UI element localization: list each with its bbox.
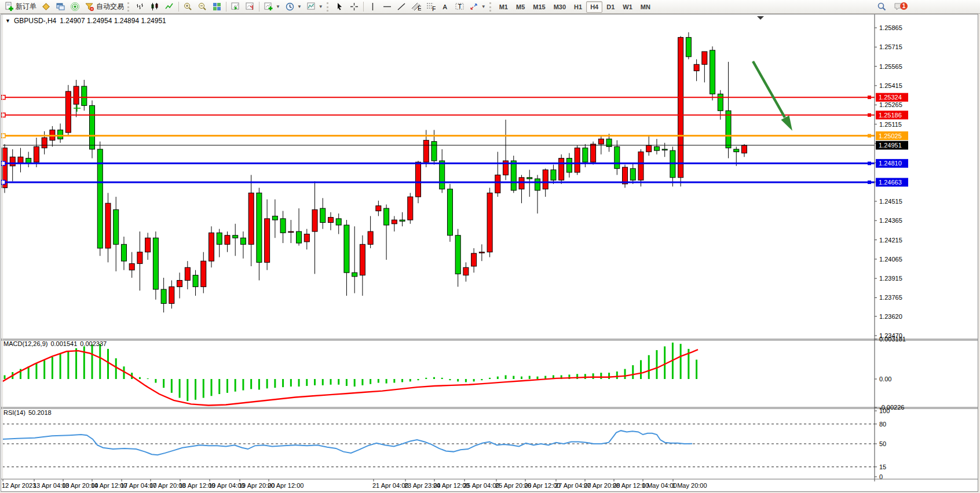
macd-signal-value: 0.002337 bbox=[80, 340, 107, 347]
candle bbox=[615, 146, 620, 168]
chart-title: ▼ GBPUSD-,H4 1.24907 1.24954 1.24894 1.2… bbox=[5, 17, 166, 25]
open-chart-button[interactable] bbox=[53, 0, 68, 13]
macd-name: MACD(12,26,9) bbox=[3, 340, 47, 347]
timeframe-M1[interactable]: M1 bbox=[495, 1, 512, 13]
line-handle-right[interactable] bbox=[868, 134, 871, 138]
auto-scroll-button[interactable] bbox=[228, 0, 243, 13]
vline-button[interactable] bbox=[365, 0, 380, 13]
textA-icon: A bbox=[440, 2, 450, 12]
zoom-in-button[interactable] bbox=[181, 0, 195, 13]
chart-window[interactable]: 1.258651.257151.255651.254151.252651.251… bbox=[0, 14, 980, 493]
candle bbox=[630, 168, 635, 180]
notifications-button[interactable]: 1 bbox=[894, 2, 904, 12]
new-order-button[interactable]: 新订单 bbox=[2, 0, 39, 13]
channel-button[interactable]: E bbox=[409, 0, 423, 13]
candle bbox=[185, 267, 190, 280]
candle bbox=[742, 145, 747, 153]
candle bbox=[416, 162, 421, 197]
channel-icon: E bbox=[411, 2, 421, 12]
label-button[interactable]: T bbox=[452, 0, 467, 13]
macd-tick-label: 0.003181 bbox=[879, 336, 906, 343]
rsi-value: 50.2018 bbox=[28, 409, 52, 416]
line-handle-left[interactable] bbox=[1, 113, 5, 117]
candle bbox=[352, 273, 357, 277]
linechart-icon bbox=[164, 2, 174, 12]
timeframe-M5[interactable]: M5 bbox=[512, 1, 529, 13]
price-tick-label: 1.23620 bbox=[879, 313, 902, 320]
diamond-icon bbox=[41, 2, 51, 12]
templates-button[interactable]: ▼ bbox=[304, 0, 326, 13]
search-icon[interactable] bbox=[877, 2, 887, 12]
candle bbox=[384, 208, 389, 225]
candle bbox=[455, 236, 460, 274]
candle bbox=[591, 144, 596, 162]
fibonacci-button[interactable]: F bbox=[423, 0, 438, 13]
candle bbox=[58, 130, 63, 139]
chevron-down-icon[interactable]: ▼ bbox=[297, 4, 302, 9]
cursor-icon bbox=[335, 2, 345, 12]
chart-shift-button[interactable] bbox=[243, 0, 257, 13]
eraser-button[interactable] bbox=[39, 0, 53, 13]
chevron-down-icon[interactable]: ▼ bbox=[481, 4, 486, 9]
text-button[interactable]: A bbox=[438, 0, 452, 13]
current-price-tag-label: 1.24951 bbox=[879, 142, 902, 149]
timeframe-H1[interactable]: H1 bbox=[570, 1, 586, 13]
line-chart-button[interactable] bbox=[162, 0, 177, 13]
indicators-button[interactable]: ▼ bbox=[261, 0, 283, 13]
hline-button[interactable] bbox=[380, 0, 394, 13]
level-price-tag-label: 1.24663 bbox=[879, 179, 902, 186]
candle bbox=[336, 219, 341, 225]
candle bbox=[423, 140, 429, 162]
autotrade-button[interactable]: 自动交易 bbox=[82, 0, 126, 13]
chevron-down-icon[interactable]: ▼ bbox=[276, 4, 280, 9]
notification-badge: 1 bbox=[900, 2, 908, 10]
rsi-tick-label: 50 bbox=[879, 440, 886, 447]
price-tick-label: 1.25265 bbox=[879, 101, 902, 108]
timeframe-W1[interactable]: W1 bbox=[619, 1, 637, 13]
zoom-out-button[interactable] bbox=[195, 0, 210, 13]
cursor-button[interactable] bbox=[332, 0, 347, 13]
timeframe-M30[interactable]: M30 bbox=[550, 1, 570, 13]
arrows-button[interactable]: ▼ bbox=[467, 0, 488, 13]
timeframe-D1[interactable]: D1 bbox=[602, 1, 619, 13]
candle bbox=[662, 149, 667, 150]
line-handle-left[interactable] bbox=[1, 161, 5, 165]
line-handle-left[interactable] bbox=[1, 134, 5, 138]
periods-button[interactable]: ▼ bbox=[283, 0, 304, 13]
candle bbox=[121, 244, 126, 261]
chevron-down-icon[interactable]: ▼ bbox=[319, 4, 323, 9]
autotrade-button-label: 自动交易 bbox=[96, 2, 124, 12]
candle bbox=[694, 64, 699, 71]
crosshair-button[interactable] bbox=[347, 0, 361, 13]
line-handle-right[interactable] bbox=[868, 113, 871, 117]
line-handle-right[interactable] bbox=[868, 161, 871, 165]
bars-icon bbox=[136, 2, 145, 12]
candle-chart-button[interactable] bbox=[148, 0, 162, 13]
candle bbox=[272, 216, 277, 220]
line-handle-right[interactable] bbox=[868, 181, 871, 184]
chart-canvas[interactable]: 1.258651.257151.255651.254151.252651.251… bbox=[0, 14, 980, 493]
symbol-dropdown-icon[interactable]: ▼ bbox=[5, 18, 10, 24]
candle bbox=[177, 280, 182, 286]
line-handle-left[interactable] bbox=[1, 181, 5, 185]
candle bbox=[718, 94, 723, 111]
candle bbox=[328, 218, 333, 223]
line-handle-left[interactable] bbox=[1, 95, 5, 100]
timeframe-H4[interactable]: H4 bbox=[586, 1, 602, 13]
time-tick-label: 12 Apr 2023 bbox=[2, 482, 36, 489]
trendline-button[interactable] bbox=[394, 0, 409, 13]
candle bbox=[90, 105, 95, 149]
candle bbox=[710, 50, 715, 94]
candle bbox=[42, 138, 47, 148]
timeframe-M15[interactable]: M15 bbox=[529, 1, 549, 13]
timeframe-MN[interactable]: MN bbox=[637, 1, 654, 13]
signals-button[interactable] bbox=[68, 0, 82, 13]
bar-chart-button[interactable] bbox=[133, 0, 148, 13]
indicator-icon bbox=[264, 2, 273, 12]
tile-windows-button[interactable] bbox=[210, 0, 224, 13]
line-handle-right[interactable] bbox=[868, 95, 871, 99]
candle bbox=[74, 86, 79, 104]
svg-text:T: T bbox=[458, 3, 462, 10]
textT-icon: T bbox=[455, 2, 465, 12]
signal-icon bbox=[70, 2, 80, 12]
